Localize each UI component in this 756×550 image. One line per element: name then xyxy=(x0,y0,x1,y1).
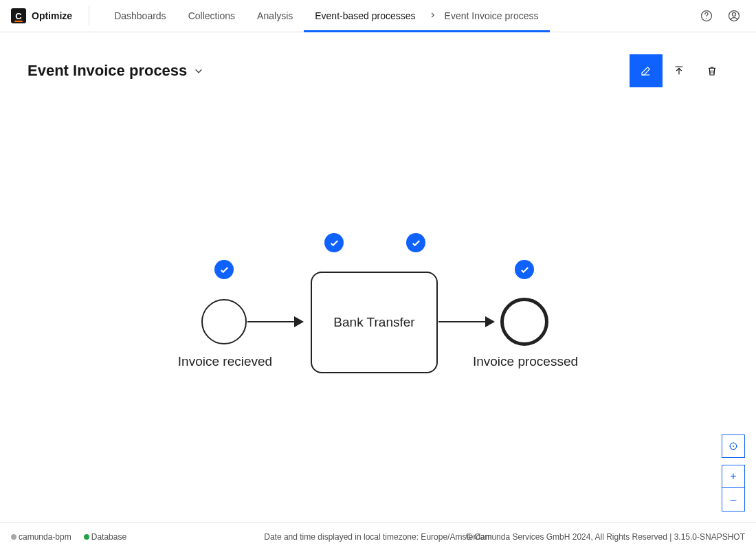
page-title-dropdown[interactable]: Event Invoice process xyxy=(27,62,203,80)
brand-name: Optimize xyxy=(32,10,72,21)
page-title: Event Invoice process xyxy=(27,62,187,80)
footer-timezone: Date and time displayed in local timezon… xyxy=(264,532,492,542)
publish-button[interactable] xyxy=(663,54,696,87)
check-icon[interactable] xyxy=(324,233,344,252)
status-engine-label: camunda-bpm xyxy=(19,532,71,542)
status-dot-icon xyxy=(11,534,16,540)
zoom-controls: + – xyxy=(722,434,745,512)
help-icon[interactable] xyxy=(696,5,718,27)
check-icon[interactable] xyxy=(406,233,425,252)
bpmn-task-label: Bank Transfer xyxy=(333,315,414,330)
bpmn-start-event[interactable] xyxy=(201,299,247,344)
page-subheader: Event Invoice process xyxy=(0,32,756,98)
status-dot-icon xyxy=(84,534,89,540)
bpmn-sequence-flow[interactable] xyxy=(247,321,302,322)
edit-button[interactable] xyxy=(630,54,663,87)
zoom-in-button[interactable]: + xyxy=(722,465,745,488)
diagram-canvas[interactable]: Invoice recieved Bank Transfer Invoice p… xyxy=(0,98,756,497)
bpmn-start-label: Invoice recieved xyxy=(175,354,275,369)
bpmn-end-label: Invoice processed xyxy=(469,354,582,369)
app-header: C Optimize Dashboards Collections Analys… xyxy=(0,0,756,32)
footer-copyright: © Camunda Services GmbH 2024, All Rights… xyxy=(466,532,745,542)
main-nav: Dashboards Collections Analysis Event-ba… xyxy=(103,0,549,32)
zoom-reset-button[interactable] xyxy=(722,434,745,458)
svg-point-1 xyxy=(706,18,707,19)
nav-item-dashboards[interactable]: Dashboards xyxy=(103,0,177,32)
bpmn-task[interactable]: Bank Transfer xyxy=(311,272,438,373)
user-icon[interactable] xyxy=(723,5,745,27)
chevron-right-icon xyxy=(427,11,439,21)
nav-item-analysis[interactable]: Analysis xyxy=(246,0,304,32)
nav-breadcrumb: Event-based processes Event Invoice proc… xyxy=(304,0,549,32)
brand[interactable]: C Optimize xyxy=(11,6,89,26)
chevron-down-icon xyxy=(194,62,203,80)
status-database[interactable]: Database xyxy=(84,532,126,542)
check-icon[interactable] xyxy=(214,260,234,279)
delete-button[interactable] xyxy=(696,54,729,87)
svg-point-3 xyxy=(733,12,736,16)
bpmn-sequence-flow[interactable] xyxy=(438,321,493,322)
svg-point-5 xyxy=(733,446,734,447)
brand-logo-icon: C xyxy=(11,8,26,23)
nav-underline xyxy=(304,30,549,32)
zoom-out-button[interactable]: – xyxy=(722,488,745,512)
check-icon[interactable] xyxy=(515,260,534,279)
status-engine[interactable]: camunda-bpm xyxy=(11,532,71,542)
nav-item-collections[interactable]: Collections xyxy=(177,0,246,32)
breadcrumb-current[interactable]: Event Invoice process xyxy=(439,0,550,32)
app-footer: camunda-bpm Database Date and time displ… xyxy=(0,522,756,550)
nav-item-event-processes[interactable]: Event-based processes xyxy=(304,0,426,32)
status-database-label: Database xyxy=(91,532,126,542)
bpmn-end-event[interactable] xyxy=(500,298,548,346)
